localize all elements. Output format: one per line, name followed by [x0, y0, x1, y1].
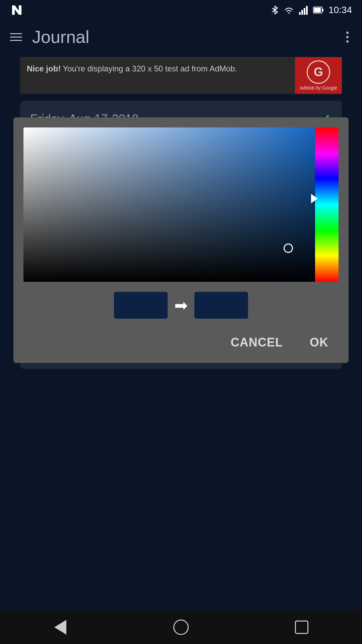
- app-logo: [10, 3, 23, 17]
- hue-slider-handle: [311, 194, 318, 203]
- status-time: 10:34: [328, 5, 352, 15]
- svg-rect-2: [301, 10, 303, 15]
- app-title: Journal: [32, 27, 89, 47]
- ad-logo: G AdMob by Google: [295, 57, 342, 94]
- status-bar-icons: 10:34: [271, 5, 352, 15]
- app-bar: Journal: [0, 20, 362, 54]
- svg-rect-6: [322, 9, 323, 11]
- svg-rect-3: [304, 8, 305, 15]
- color-picker-dialog: ➡ CANCEL OK: [13, 117, 349, 363]
- svg-rect-1: [299, 12, 301, 15]
- hue-slider[interactable]: [315, 127, 339, 282]
- svg-rect-4: [306, 6, 308, 15]
- status-bar-left: [10, 3, 23, 17]
- color-gradient-box[interactable]: [23, 127, 315, 282]
- recents-icon: [295, 621, 308, 634]
- ok-button[interactable]: OK: [303, 332, 335, 353]
- new-color-swatch: [194, 292, 248, 319]
- home-icon: [173, 620, 189, 635]
- gradient-cursor: [284, 244, 293, 253]
- ad-banner: Nice job! You're displaying a 320 x 50 t…: [20, 57, 342, 94]
- cancel-button[interactable]: CANCEL: [224, 332, 290, 353]
- ad-logo-text: AdMob by Google: [300, 85, 337, 91]
- nav-bar: [0, 610, 362, 644]
- ad-bold-text: Nice job!: [27, 64, 61, 73]
- color-picker-area[interactable]: [23, 127, 339, 282]
- status-bar: 10:34: [0, 0, 362, 20]
- original-color-swatch: [114, 292, 168, 319]
- menu-button[interactable]: [10, 33, 22, 41]
- color-preview-row: ➡: [23, 292, 339, 319]
- recents-button[interactable]: [288, 614, 315, 641]
- svg-rect-7: [314, 8, 321, 12]
- home-button[interactable]: [168, 614, 194, 641]
- more-options-button[interactable]: [346, 32, 349, 43]
- ad-text: Nice job! You're displaying a 320 x 50 t…: [20, 57, 295, 94]
- arrow-icon: ➡: [174, 296, 188, 315]
- back-button[interactable]: [47, 614, 74, 641]
- back-icon: [54, 620, 66, 635]
- ad-logo-symbol: G: [307, 60, 330, 84]
- dialog-buttons: CANCEL OK: [23, 332, 339, 353]
- svg-marker-0: [12, 5, 21, 15]
- ad-body-text: You're displaying a 320 x 50 test ad fro…: [61, 64, 237, 73]
